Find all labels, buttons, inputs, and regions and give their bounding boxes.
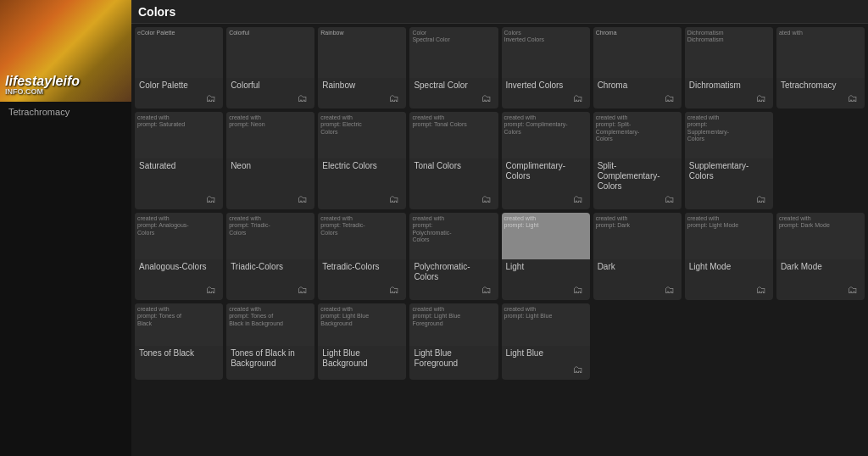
card-image-tonal-colors: created withprompt: Tonal Colors: [409, 112, 498, 158]
card-colorful[interactable]: Colorful Colorful 🗂: [226, 27, 314, 108]
copy-icon[interactable]: 🗂: [756, 284, 766, 296]
brand-name: lifestayleifo: [5, 74, 80, 89]
copy-icon[interactable]: 🗂: [298, 193, 308, 205]
card-saturated[interactable]: created withprompt: Saturated Saturated …: [135, 112, 223, 209]
copy-icon[interactable]: 🗂: [481, 92, 492, 104]
card-footer: 🗂: [689, 282, 769, 298]
card-dichromatism[interactable]: DichromatismDichromatism Dichromatism 🗂: [685, 27, 773, 108]
card-footer: 🗂: [139, 282, 219, 298]
card-dark[interactable]: created withprompt: Dark Dark 🗂: [593, 213, 682, 300]
card-footer: 🗂: [139, 91, 219, 106]
card-inverted-colors[interactable]: ColorsInverted Colors Inverted Colors 🗂: [502, 27, 590, 108]
card-footer: 🗂: [414, 282, 493, 298]
card-body: Tones of Black: [135, 346, 223, 380]
card-tonal-colors[interactable]: created withprompt: Tonal Colors Tonal C…: [409, 112, 498, 209]
copy-icon[interactable]: 🗂: [389, 284, 399, 296]
copy-icon[interactable]: 🗂: [481, 193, 492, 205]
card-spectral-color[interactable]: ColorSpectral Color Spectral Color 🗂: [409, 27, 498, 108]
card-body: Dichromatism 🗂: [685, 78, 773, 108]
card-label-light-blue-bg: Light Blue Background: [322, 348, 402, 369]
card-footer: 🗂: [781, 91, 860, 106]
card-footer: 🗂: [414, 192, 493, 207]
copy-icon[interactable]: 🗂: [481, 284, 492, 296]
copy-icon[interactable]: 🗂: [573, 284, 583, 296]
card-light[interactable]: created withprompt: Light Light 🗂: [502, 213, 590, 300]
copy-icon[interactable]: 🗂: [665, 193, 675, 205]
copy-icon[interactable]: 🗂: [756, 92, 766, 104]
card-footer: 🗂: [231, 282, 310, 298]
card-rainbow[interactable]: Rainbow Rainbow 🗂: [318, 27, 406, 108]
copy-icon[interactable]: 🗂: [206, 92, 216, 104]
card-image-split-complementary: created withprompt: Split-Complementary-…: [593, 112, 682, 158]
card-footer: 🗂: [506, 91, 586, 106]
card-label-tetradic-colors: Tetradic-Colors: [322, 262, 402, 272]
copy-icon[interactable]: 🗂: [848, 284, 858, 296]
card-light-blue[interactable]: created withprompt: Light Blue Light Blu…: [502, 303, 590, 380]
card-analogous-colors[interactable]: created withprompt: Analogous-Colors Ana…: [135, 213, 223, 300]
card-label-dark: Dark: [598, 262, 677, 272]
card-tones-of-black[interactable]: created withprompt: Tones ofBlack Tones …: [135, 303, 223, 380]
card-footer: 🗂: [322, 282, 402, 298]
card-image-polychromatic-colors: created withprompt:Polychromatic-Colors: [409, 213, 498, 259]
card-body: Rainbow 🗂: [318, 78, 406, 108]
sidebar-item-tetrachromacy[interactable]: Tetrachromacy: [0, 102, 131, 122]
card-label-tonal-colors: Tonal Colors: [414, 161, 493, 171]
card-label-neon: Neon: [231, 161, 310, 171]
card-color-palette[interactable]: e Color Palette Color Palette 🗂: [135, 27, 223, 108]
card-label-complimentary-colors: Complimentary-Colors: [506, 161, 586, 181]
copy-icon[interactable]: 🗂: [573, 364, 583, 375]
card-footer: 🗂: [322, 91, 402, 106]
card-image-electric-colors: created withprompt: ElectricColors: [318, 112, 406, 158]
main-content[interactable]: Colors e Color Palette Color Palette 🗂: [131, 0, 868, 456]
card-neon[interactable]: created withprompt: Neon Neon 🗂: [226, 112, 314, 209]
card-body: Colorful 🗂: [226, 78, 314, 108]
copy-icon[interactable]: 🗂: [298, 284, 308, 296]
card-label-light-blue-fg: Light Blue Foreground: [414, 348, 493, 369]
card-complimentary-colors[interactable]: created withprompt: Complimentary-Colors…: [502, 112, 590, 209]
copy-icon[interactable]: 🗂: [206, 284, 216, 296]
card-footer: 🗂: [781, 282, 860, 298]
copy-icon[interactable]: 🗂: [848, 92, 858, 104]
card-body: Dark Mode 🗂: [776, 259, 865, 300]
copy-icon[interactable]: 🗂: [389, 92, 399, 104]
card-body: Complimentary-Colors 🗂: [502, 158, 590, 209]
copy-icon[interactable]: 🗂: [573, 193, 583, 205]
card-body: Electric Colors 🗂: [318, 158, 406, 209]
card-footer: 🗂: [598, 91, 677, 106]
card-tetradic-colors[interactable]: created withprompt: Tetradic-Colors Tetr…: [318, 213, 406, 300]
card-split-complementary[interactable]: created withprompt: Split-Complementary-…: [593, 112, 682, 209]
card-supplementary-colors[interactable]: created withprompt:Supplementary-Colors …: [685, 112, 773, 209]
card-body: Light Blue Background: [318, 346, 406, 380]
sidebar-logo: lifestayleifo INFO.COM: [0, 0, 131, 102]
card-triadic-colors[interactable]: created withprompt: Triadic-Colors Triad…: [226, 213, 314, 300]
card-image-analogous-colors: created withprompt: Analogous-Colors: [135, 213, 223, 259]
card-image-inverted-colors: ColorsInverted Colors: [502, 27, 590, 78]
card-light-blue-bg[interactable]: created withprompt: Light BlueBackground…: [318, 303, 406, 380]
card-footer: 🗂: [414, 91, 493, 106]
cards-container: e Color Palette Color Palette 🗂 Colorful…: [131, 24, 868, 383]
card-light-blue-fg[interactable]: created withprompt: Light BlueForeground…: [409, 303, 498, 380]
copy-icon[interactable]: 🗂: [298, 92, 308, 104]
copy-icon[interactable]: 🗂: [665, 92, 675, 104]
sidebar: lifestayleifo INFO.COM Tetrachromacy: [0, 0, 131, 456]
card-tetrachromacy[interactable]: ated with Tetrachromacy 🗂: [776, 27, 865, 108]
copy-icon[interactable]: 🗂: [573, 92, 583, 104]
page-title: Colors: [138, 5, 175, 19]
card-light-mode[interactable]: created withprompt: Light Mode Light Mod…: [685, 213, 773, 300]
card-chroma[interactable]: Chroma Chroma 🗂: [593, 27, 682, 108]
copy-icon[interactable]: 🗂: [665, 284, 675, 296]
card-footer: 🗂: [689, 91, 769, 106]
card-image-light: created withprompt: Light: [502, 213, 590, 259]
card-tones-black-bg[interactable]: created withprompt: Tones ofBlack in Bac…: [226, 303, 314, 380]
card-body: Dark 🗂: [593, 259, 682, 300]
card-label-tones-of-black: Tones of Black: [139, 348, 219, 359]
header-bar: Colors: [131, 0, 868, 24]
card-dark-mode[interactable]: created withprompt: Dark Mode Dark Mode …: [776, 213, 865, 300]
copy-icon[interactable]: 🗂: [756, 193, 766, 205]
copy-icon[interactable]: 🗂: [206, 193, 216, 205]
card-image-light-mode: created withprompt: Light Mode: [685, 213, 773, 259]
card-electric-colors[interactable]: created withprompt: ElectricColors Elect…: [318, 112, 406, 209]
card-polychromatic-colors[interactable]: created withprompt:Polychromatic-Colors …: [409, 213, 498, 300]
copy-icon[interactable]: 🗂: [389, 193, 399, 205]
card-image-color-palette: e Color Palette: [135, 27, 223, 78]
